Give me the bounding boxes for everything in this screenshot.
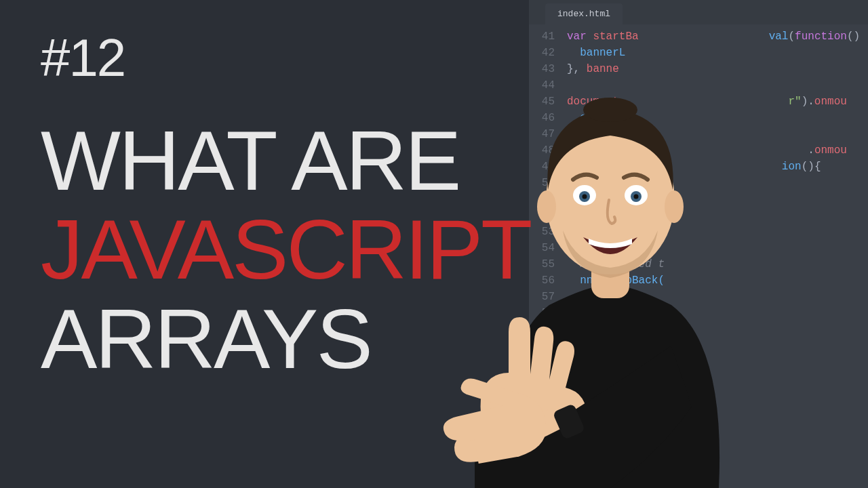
code-line: 44: [529, 77, 868, 94]
line-number: 42: [529, 45, 567, 61]
line-number: 47: [529, 126, 567, 142]
code-line: 50 bann: [529, 175, 868, 191]
line-number: 46: [529, 110, 567, 126]
code-area: 41var startBa val(function()42 bannerL43…: [529, 24, 868, 354]
code-line: 59: [529, 321, 868, 338]
code-content: clear: [567, 110, 612, 126]
line-number: 59: [529, 321, 567, 338]
code-content: }, banne: [567, 61, 619, 77]
code-content: bann: [567, 175, 619, 191]
episode-number: #12: [41, 27, 530, 89]
code-content: startB ion(){: [567, 159, 821, 175]
code-line: 56 nnerLoopBack(: [529, 272, 868, 289]
line-number: 45: [529, 94, 567, 110]
code-content: }, bann: [567, 191, 625, 207]
line-number: 60: [529, 338, 567, 354]
code-line: 42 bannerL: [529, 45, 868, 61]
code-line: 46 clear: [529, 110, 868, 126]
code-content: nnerLoopBack(: [567, 272, 665, 289]
code-line: 60: [529, 338, 868, 354]
line-number: 56: [529, 272, 567, 289]
headline: WHAT ARE JAVASCRIPT ARRAYS: [41, 116, 530, 383]
code-line: 43}, banne: [529, 61, 868, 77]
code-line: 52}: [529, 207, 868, 224]
code-editor: index.html 41var startBa val(function()4…: [529, 0, 868, 488]
line-number: 54: [529, 240, 567, 256]
code-line: 41var startBa val(function(): [529, 28, 868, 45]
code-content: var startBa val(function(): [567, 28, 860, 45]
line-number: 51: [529, 191, 567, 207]
code-content: bannerL: [567, 45, 625, 61]
line-number: 43: [529, 61, 567, 77]
code-content: document.getE: [567, 240, 652, 256]
editor-tab-active[interactable]: index.html: [545, 3, 623, 24]
line-number: 44: [529, 77, 567, 94]
line-number: 58: [529, 305, 567, 321]
code-line: 45document r").onmou: [529, 94, 868, 110]
line-number: 49: [529, 159, 567, 175]
line-number: 50: [529, 175, 567, 191]
code-content: document r").onmou: [567, 94, 847, 110]
code-line: 58: [529, 305, 868, 321]
line-number: 48: [529, 142, 567, 159]
code-line: 55 /*I removed t: [529, 256, 868, 272]
line-number: 57: [529, 289, 567, 305]
code-line: 47}: [529, 126, 868, 142]
line-number: 41: [529, 28, 567, 45]
line-number: 53: [529, 224, 567, 240]
code-content: document .onmou: [567, 142, 847, 159]
headline-line-1: WHAT ARE: [41, 116, 530, 205]
line-number: 55: [529, 256, 567, 272]
code-line: 49 startB ion(){: [529, 159, 868, 175]
code-line: 57: [529, 289, 868, 305]
code-line: 53: [529, 224, 868, 240]
code-content: }: [567, 207, 574, 224]
headline-line-3: ARRAYS: [41, 294, 530, 383]
code-line: 51 }, bann: [529, 191, 868, 207]
title-block: #12 WHAT ARE JAVASCRIPT ARRAYS: [41, 27, 530, 383]
code-content: }: [567, 126, 574, 142]
code-line: 54document.getE: [529, 240, 868, 256]
code-line: 48document .onmou: [529, 142, 868, 159]
headline-line-2: JAVASCRIPT: [41, 205, 530, 293]
editor-tab-bar: index.html: [529, 0, 868, 24]
line-number: 52: [529, 207, 567, 224]
code-content: /*I removed t: [567, 256, 665, 272]
